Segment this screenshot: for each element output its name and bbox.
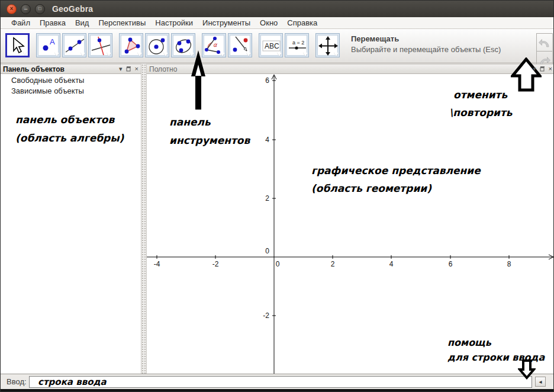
window-close-icon[interactable]: × — [7, 4, 17, 14]
annotation-toolbar: панель инструментов — [169, 113, 250, 150]
dropdown-arrow-icon[interactable] — [220, 53, 225, 56]
graphics-panel-title: Полотно — [147, 65, 177, 73]
input-annotation-text: строка ввода — [30, 377, 107, 387]
y-tick-label: 2 — [254, 194, 269, 203]
tool-move[interactable] — [5, 33, 30, 57]
panel-dropdown-icon[interactable]: ▾ — [533, 65, 536, 73]
minimize-glyph: – — [24, 6, 28, 12]
tool-reflection[interactable] — [228, 33, 252, 57]
tool-group-canvas — [315, 33, 340, 57]
input-help-pointer-arrow-icon — [518, 359, 536, 380]
svg-text:A: A — [50, 37, 55, 46]
annotation-line: графическое представление — [311, 162, 481, 179]
y-tick-label: 6 — [254, 76, 269, 85]
undo-icon — [539, 37, 550, 49]
window-maximize-icon[interactable]: □ — [35, 4, 45, 14]
dropdown-arrow-icon[interactable] — [163, 53, 168, 56]
panel-detach-icon[interactable] — [540, 66, 545, 72]
dropdown-arrow-icon[interactable] — [137, 53, 142, 56]
tool-point[interactable]: A — [36, 33, 60, 57]
dropdown-arrow-icon[interactable] — [277, 53, 282, 56]
undo-redo-pointer-arrow-icon — [511, 57, 542, 92]
command-input[interactable]: строка ввода — [29, 376, 532, 388]
panel-splitter[interactable] — [141, 64, 147, 374]
annotation-line: панель — [169, 113, 250, 131]
toolbar: A — [1, 29, 553, 63]
annotation-line: \повторить — [449, 104, 513, 121]
tool-group-shapes — [119, 33, 195, 57]
geogebra-window: × – □ GeoGebra Файл Правка Вид Перспекти… — [0, 0, 554, 392]
panel-dropdown-icon[interactable]: ▾ — [119, 65, 123, 73]
dropdown-arrow-icon[interactable] — [334, 53, 339, 56]
svg-text:ABC: ABC — [265, 42, 279, 50]
annotation-line: (область алгебры) — [15, 129, 124, 147]
tool-perpendicular-line[interactable] — [88, 33, 112, 57]
x-tick-label: 0 — [269, 260, 286, 268]
tool-polygon[interactable] — [119, 33, 143, 57]
menu-view[interactable]: Вид — [70, 18, 94, 27]
input-label: Ввод: — [7, 377, 27, 386]
tool-group-move — [5, 33, 30, 57]
menu-perspectives[interactable]: Перспективы — [94, 18, 150, 27]
panel-close-icon[interactable]: × — [549, 65, 552, 73]
x-tick-label: -2 — [207, 260, 224, 268]
x-tick-label: -4 — [148, 260, 166, 268]
panel-close-icon[interactable]: × — [135, 65, 138, 73]
annotation-line: (область геометрии) — [311, 179, 481, 197]
tool-group-measure: α — [202, 33, 252, 57]
active-tool-name: Перемещать — [351, 34, 501, 43]
tool-group-special: ABC a = 2 — [259, 33, 309, 57]
y-tick-label: -2 — [254, 311, 269, 320]
algebra-panel-title: Панель объектов — [1, 65, 65, 73]
tool-move-canvas[interactable] — [315, 33, 340, 57]
tool-slider[interactable]: a = 2 — [285, 33, 309, 57]
y-tick-label: 4 — [254, 136, 269, 144]
x-tick-label: 4 — [382, 260, 400, 268]
window-title: GeoGebra — [52, 4, 93, 14]
input-bar: Ввод: строка ввода ◂ — [1, 374, 553, 389]
active-tool-help: Перемещать Выбирайте и перемещайте объек… — [351, 34, 501, 54]
menu-settings[interactable]: Настройки — [150, 18, 198, 27]
menu-bar: Файл Правка Вид Перспективы Настройки Ин… — [1, 17, 553, 29]
active-tool-description: Выбирайте и перемещайте объекты (Esc) — [351, 45, 501, 54]
algebra-panel-header[interactable]: Панель объектов ▾ × — [1, 64, 141, 74]
annotation-line: панель объектов — [15, 111, 124, 129]
window-minimize-icon[interactable]: – — [21, 4, 31, 14]
dropdown-arrow-icon[interactable] — [22, 52, 27, 55]
dropdown-arrow-icon[interactable] — [107, 53, 111, 56]
annotation-graphics-view: графическое представление (область геоме… — [311, 162, 481, 197]
input-help-toggle-button[interactable]: ◂ — [535, 377, 546, 387]
tree-item-dependent-objects[interactable]: Зависимые объекты — [11, 86, 141, 95]
tool-line[interactable] — [62, 33, 86, 57]
tool-group-points-lines: A — [36, 33, 112, 57]
menu-edit[interactable]: Правка — [35, 18, 70, 27]
window-bottom-edge — [1, 389, 553, 392]
annotation-line: помощь — [447, 335, 545, 350]
menu-window[interactable]: Окно — [255, 18, 282, 27]
annotation-line: инструментов — [169, 131, 250, 150]
undo-button[interactable] — [536, 33, 553, 52]
svg-text:a = 2: a = 2 — [292, 40, 304, 46]
menu-help[interactable]: Справка — [282, 18, 322, 27]
dropdown-arrow-icon[interactable] — [80, 53, 85, 56]
toolbar-pointer-arrow-icon — [190, 50, 207, 112]
annotation-undo-redo: отменить \повторить — [449, 86, 513, 121]
tree-item-free-objects[interactable]: Свободные объекты — [11, 76, 141, 85]
x-tick-label: 6 — [442, 260, 459, 268]
tool-text[interactable]: ABC — [259, 33, 283, 57]
x-tick-label: 2 — [324, 260, 342, 268]
panel-detach-icon[interactable] — [126, 66, 131, 72]
tool-circle[interactable] — [145, 33, 169, 57]
maximize-glyph: □ — [38, 7, 41, 11]
y-tick-label: 0 — [254, 247, 269, 255]
graphics-panel-header[interactable]: Полотно ▾ × — [147, 64, 554, 74]
input-help-icon: ◂ — [539, 378, 542, 385]
close-glyph: × — [10, 6, 14, 12]
dropdown-arrow-icon[interactable] — [303, 53, 308, 56]
menu-file[interactable]: Файл — [7, 18, 35, 27]
dropdown-arrow-icon[interactable] — [54, 53, 59, 56]
svg-text:α: α — [213, 41, 218, 48]
annotation-algebra-panel: панель объектов (область алгебры) — [15, 111, 124, 147]
dropdown-arrow-icon[interactable] — [246, 53, 251, 56]
menu-tools[interactable]: Инструменты — [198, 18, 255, 27]
